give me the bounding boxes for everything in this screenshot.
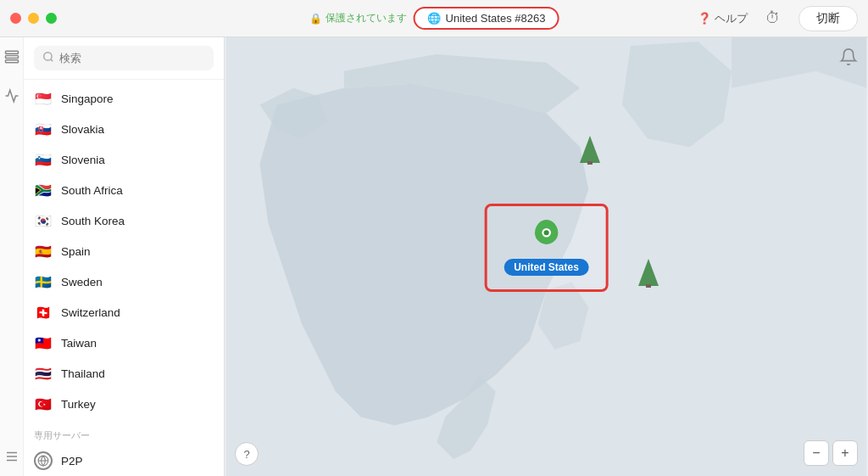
country-item-slovakia[interactable]: 🇸🇰Slovakia <box>24 114 224 144</box>
minimize-button[interactable] <box>28 13 39 24</box>
country-flag: 🇸🇮 <box>34 150 53 169</box>
country-item-singapore[interactable]: 🇸🇬Singapore <box>24 83 224 114</box>
country-name: Thailand <box>61 367 105 380</box>
sidebar-layers-icon[interactable] <box>4 49 19 68</box>
tree-decoration-1 <box>578 134 602 171</box>
search-icon <box>42 51 54 65</box>
tree-decoration-2 <box>637 257 660 294</box>
country-flag: 🇰🇷 <box>34 211 53 230</box>
section-label: 専用サーバー <box>24 423 224 445</box>
secure-badge: 🔒 保護されています <box>309 11 407 25</box>
marker-box: United States <box>484 204 609 292</box>
country-item-thailand[interactable]: 🇹🇭Thailand <box>24 358 224 389</box>
svg-rect-12 <box>587 161 593 165</box>
svg-marker-11 <box>580 136 600 163</box>
country-name: South Korea <box>61 215 125 227</box>
country-item-turkey[interactable]: 🇹🇷Turkey <box>24 389 224 419</box>
svg-rect-1 <box>5 56 18 59</box>
sidebar-settings-icon[interactable] <box>4 449 19 468</box>
country-item-spain[interactable]: 🇪🇸Spain <box>24 236 224 266</box>
help-label: ヘルプ <box>715 11 748 26</box>
notification-button[interactable] <box>839 48 858 70</box>
location-pin-icon <box>531 220 563 252</box>
svg-line-7 <box>51 59 53 62</box>
maximize-button[interactable] <box>46 13 57 24</box>
server-name: United States #8263 <box>446 12 546 25</box>
country-flag: 🇹🇷 <box>34 395 53 413</box>
p2p-icon <box>34 451 53 470</box>
country-item-switzerland[interactable]: 🇨🇭Switzerland <box>24 297 224 328</box>
country-name: Switzerland <box>61 306 120 319</box>
country-name: Spain <box>61 245 91 258</box>
settings-icon: ⏱ <box>765 9 781 27</box>
zoom-controls: − + <box>804 440 858 466</box>
main-content: 🇸🇬Singapore🇸🇰Slovakia🇸🇮Slovenia🇿🇦South A… <box>0 37 868 476</box>
p2p-item[interactable]: P2P <box>24 445 224 476</box>
country-item-taiwan[interactable]: 🇹🇼Taiwan <box>24 328 224 358</box>
help-circle-button[interactable]: ? <box>235 442 259 466</box>
search-input[interactable] <box>59 52 205 64</box>
svg-rect-0 <box>5 51 18 53</box>
sidebar: 🇸🇬Singapore🇸🇰Slovakia🇸🇮Slovenia🇿🇦South A… <box>0 37 225 476</box>
titlebar: 🔒 保護されています 🌐 United States #8263 ❓ ヘルプ ⏱… <box>0 0 868 37</box>
close-button[interactable] <box>10 13 21 24</box>
svg-marker-13 <box>638 259 659 286</box>
country-flag: 🇸🇪 <box>34 272 53 291</box>
country-item-south-africa[interactable]: 🇿🇦South Africa <box>24 175 224 205</box>
search-input-wrap[interactable] <box>34 46 214 70</box>
question-icon: ❓ <box>698 12 711 25</box>
country-flag: 🇿🇦 <box>34 181 53 199</box>
svg-point-19 <box>543 230 548 235</box>
country-flag: 🇪🇸 <box>34 242 53 260</box>
server-badge[interactable]: 🌐 United States #8263 <box>414 7 559 30</box>
sidebar-stats-icon[interactable] <box>4 88 19 107</box>
country-flag: 🇸🇬 <box>34 89 53 108</box>
country-name: Slovakia <box>61 123 104 136</box>
secure-label: 保護されています <box>326 11 407 25</box>
map-area: United States ? − + <box>225 37 868 476</box>
country-item-sweden[interactable]: 🇸🇪Sweden <box>24 266 224 297</box>
country-name: Turkey <box>61 398 96 411</box>
globe-icon: 🌐 <box>427 12 441 25</box>
map-help-area: ? <box>235 442 259 466</box>
country-flag: 🇨🇭 <box>34 303 53 322</box>
country-name: Taiwan <box>61 337 97 350</box>
country-name: Singapore <box>61 92 114 105</box>
zoom-out-button[interactable]: − <box>804 440 829 466</box>
settings-button[interactable]: ⏱ <box>761 7 785 31</box>
country-item-south-korea[interactable]: 🇰🇷South Korea <box>24 205 224 236</box>
svg-rect-2 <box>5 60 18 63</box>
svg-rect-14 <box>646 284 651 288</box>
disconnect-button[interactable]: 切断 <box>798 6 858 31</box>
titlebar-center: 🔒 保護されています 🌐 United States #8263 <box>309 7 559 30</box>
country-flag: 🇹🇼 <box>34 333 53 352</box>
marker-label: United States <box>504 259 589 276</box>
country-item-slovenia[interactable]: 🇸🇮Slovenia <box>24 144 224 175</box>
p2p-label: P2P <box>61 455 83 468</box>
svg-point-6 <box>44 53 52 60</box>
traffic-lights <box>10 13 57 24</box>
country-flag: 🇹🇭 <box>34 364 53 383</box>
titlebar-right: ❓ ヘルプ ⏱ 切断 <box>698 6 858 31</box>
country-list: 🇸🇬Singapore🇸🇰Slovakia🇸🇮Slovenia🇿🇦South A… <box>24 80 224 423</box>
help-button[interactable]: ❓ ヘルプ <box>698 11 748 26</box>
zoom-in-button[interactable]: + <box>832 440 858 466</box>
lock-icon: 🔒 <box>309 13 322 25</box>
country-flag: 🇸🇰 <box>34 120 53 138</box>
map-marker: United States <box>484 204 609 292</box>
country-name: Slovenia <box>61 154 105 166</box>
search-box <box>24 37 224 80</box>
country-name: South Africa <box>61 184 123 197</box>
country-name: Sweden <box>61 276 103 288</box>
